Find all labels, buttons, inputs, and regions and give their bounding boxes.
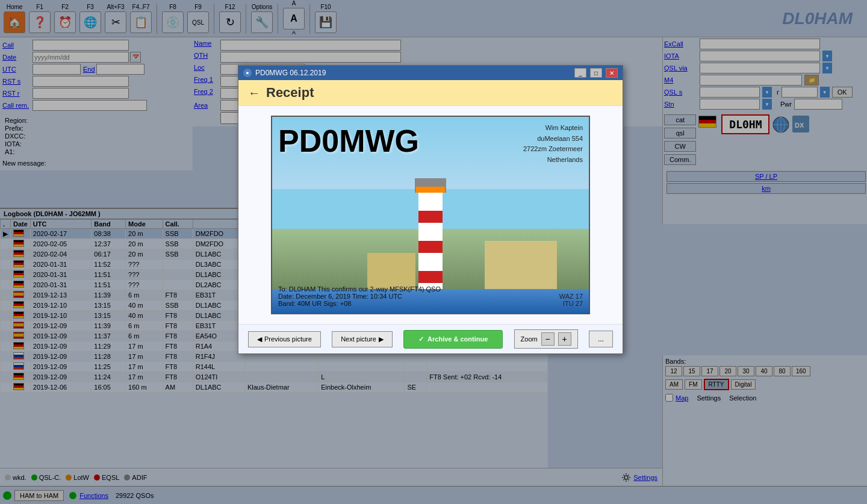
archive-button[interactable]: ✓ Archive & continue <box>403 330 503 349</box>
qsl-address1: duMeelaan 554 <box>523 134 583 145</box>
next-picture-btn[interactable]: Next picture ▶ <box>332 331 393 347</box>
zoom-out-btn[interactable]: − <box>541 332 555 346</box>
modal-footer: ◀ Previous picture Next picture ▶ ✓ Arch… <box>238 324 623 353</box>
building-1 <box>367 253 415 289</box>
lighthouse-band2 <box>418 241 443 253</box>
next-arrow-icon: ▶ <box>379 335 384 343</box>
prev-arrow-icon: ◀ <box>257 335 262 343</box>
receipt-title: Receipt <box>266 85 314 101</box>
zoom-control: Zoom − + <box>514 329 578 349</box>
qsl-card: PD0MWG Wim Kaptein duMeelaan 554 2722zm … <box>271 116 590 314</box>
modal-titlebar: ● PD0MWG 06.12.2019 _ □ ✕ <box>238 66 623 80</box>
lighthouse-light <box>416 187 445 193</box>
qsl-confirmation: To: DL0HAM This confirms our 2-way MFSK(… <box>278 285 583 293</box>
modal-title: PD0MWG 06.12.2019 <box>255 69 571 77</box>
lighthouse-band3 <box>418 271 443 283</box>
zoom-label: Zoom <box>521 335 538 343</box>
modal-minimize-btn[interactable]: _ <box>574 68 586 78</box>
qsl-country: Netherlands <box>523 155 583 166</box>
modal-content: PD0MWG Wim Kaptein duMeelaan 554 2722zm … <box>238 106 623 324</box>
qsl-operator: Wim Kaptein <box>523 123 583 134</box>
zoom-in-btn[interactable]: + <box>558 332 571 346</box>
modal-dialog: ● PD0MWG 06.12.2019 _ □ ✕ ← Receipt <box>238 65 623 354</box>
itu-label: ITU 27 <box>559 300 583 307</box>
qsl-date-line: Date: December 6, 2019 Time: 10:34 UTC <box>278 293 583 300</box>
modal-header-bar: ← Receipt <box>238 80 623 106</box>
qsl-footer: To: DL0HAM This confirms our 2-way MFSK(… <box>278 285 583 307</box>
qsl-band-line: Band: 40M UR Sigs: +08 <box>278 300 583 307</box>
back-button[interactable]: ← <box>248 86 260 100</box>
lighthouse-body <box>418 193 443 289</box>
building-2 <box>485 241 557 289</box>
prev-picture-btn[interactable]: ◀ Previous picture <box>248 331 321 347</box>
modal-icon: ● <box>243 69 252 77</box>
prev-picture-label: Previous picture <box>264 335 312 343</box>
next-picture-label: Next picture <box>341 335 376 343</box>
checkmark-icon: ✓ <box>418 335 424 343</box>
modal-close-btn[interactable]: ✕ <box>606 68 618 78</box>
qsl-address2: 2722zm Zoetermeer <box>523 144 583 155</box>
waz-itu: WAZ 17 ITU 27 <box>559 293 583 307</box>
modal-maximize-btn[interactable]: □ <box>590 68 602 78</box>
waz-label: WAZ 17 <box>559 293 583 300</box>
lighthouse-band1 <box>418 211 443 223</box>
qsl-info: Wim Kaptein duMeelaan 554 2722zm Zoeterm… <box>523 123 583 165</box>
modal-overlay: ● PD0MWG 06.12.2019 _ □ ✕ ← Receipt <box>0 0 867 504</box>
more-btn[interactable]: ... <box>589 331 613 347</box>
qsl-callsign: PD0MWG <box>278 123 419 159</box>
archive-label: Archive & continue <box>427 335 488 343</box>
